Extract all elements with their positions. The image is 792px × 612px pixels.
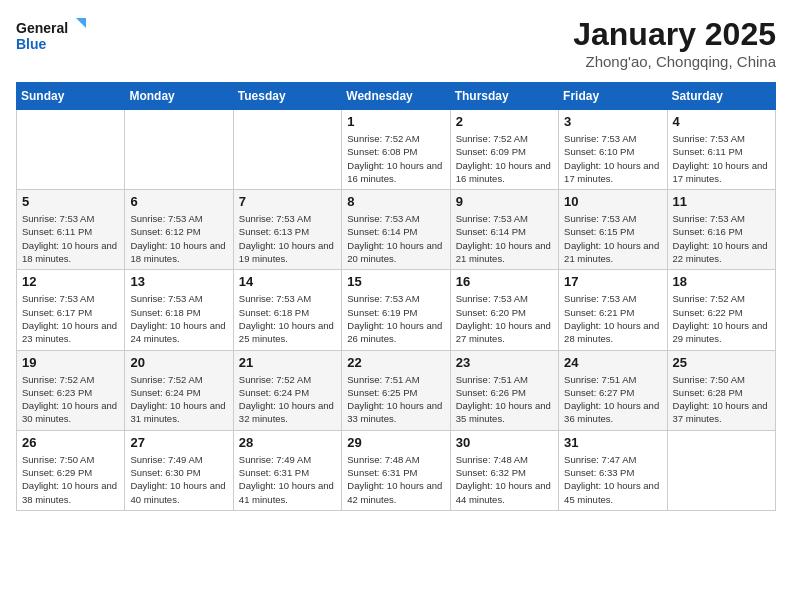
day-number: 21 [239, 355, 336, 370]
calendar-cell: 16Sunrise: 7:53 AM Sunset: 6:20 PM Dayli… [450, 270, 558, 350]
calendar-cell [667, 430, 775, 510]
day-info: Sunrise: 7:49 AM Sunset: 6:31 PM Dayligh… [239, 453, 336, 506]
day-info: Sunrise: 7:53 AM Sunset: 6:18 PM Dayligh… [130, 292, 227, 345]
calendar-cell: 12Sunrise: 7:53 AM Sunset: 6:17 PM Dayli… [17, 270, 125, 350]
calendar-cell: 9Sunrise: 7:53 AM Sunset: 6:14 PM Daylig… [450, 190, 558, 270]
day-number: 31 [564, 435, 661, 450]
day-info: Sunrise: 7:51 AM Sunset: 6:27 PM Dayligh… [564, 373, 661, 426]
logo: GeneralBlue [16, 16, 86, 56]
calendar-cell [17, 110, 125, 190]
calendar-cell: 30Sunrise: 7:48 AM Sunset: 6:32 PM Dayli… [450, 430, 558, 510]
day-info: Sunrise: 7:53 AM Sunset: 6:14 PM Dayligh… [456, 212, 553, 265]
day-number: 19 [22, 355, 119, 370]
day-info: Sunrise: 7:50 AM Sunset: 6:29 PM Dayligh… [22, 453, 119, 506]
calendar-cell: 15Sunrise: 7:53 AM Sunset: 6:19 PM Dayli… [342, 270, 450, 350]
calendar-table: SundayMondayTuesdayWednesdayThursdayFrid… [16, 82, 776, 511]
calendar-cell: 31Sunrise: 7:47 AM Sunset: 6:33 PM Dayli… [559, 430, 667, 510]
day-info: Sunrise: 7:53 AM Sunset: 6:14 PM Dayligh… [347, 212, 444, 265]
day-info: Sunrise: 7:48 AM Sunset: 6:31 PM Dayligh… [347, 453, 444, 506]
day-number: 2 [456, 114, 553, 129]
weekday-header: Tuesday [233, 83, 341, 110]
day-number: 28 [239, 435, 336, 450]
logo-svg: GeneralBlue [16, 16, 86, 56]
calendar-cell: 3Sunrise: 7:53 AM Sunset: 6:10 PM Daylig… [559, 110, 667, 190]
calendar-cell: 6Sunrise: 7:53 AM Sunset: 6:12 PM Daylig… [125, 190, 233, 270]
calendar-cell: 11Sunrise: 7:53 AM Sunset: 6:16 PM Dayli… [667, 190, 775, 270]
day-number: 9 [456, 194, 553, 209]
day-number: 23 [456, 355, 553, 370]
day-number: 14 [239, 274, 336, 289]
calendar-cell: 17Sunrise: 7:53 AM Sunset: 6:21 PM Dayli… [559, 270, 667, 350]
day-info: Sunrise: 7:52 AM Sunset: 6:08 PM Dayligh… [347, 132, 444, 185]
day-info: Sunrise: 7:52 AM Sunset: 6:24 PM Dayligh… [239, 373, 336, 426]
day-number: 8 [347, 194, 444, 209]
weekday-header: Sunday [17, 83, 125, 110]
calendar-cell: 10Sunrise: 7:53 AM Sunset: 6:15 PM Dayli… [559, 190, 667, 270]
calendar-week-row: 5Sunrise: 7:53 AM Sunset: 6:11 PM Daylig… [17, 190, 776, 270]
day-info: Sunrise: 7:51 AM Sunset: 6:26 PM Dayligh… [456, 373, 553, 426]
month-title: January 2025 [573, 16, 776, 53]
day-info: Sunrise: 7:53 AM Sunset: 6:11 PM Dayligh… [673, 132, 770, 185]
weekday-header: Thursday [450, 83, 558, 110]
weekday-header-row: SundayMondayTuesdayWednesdayThursdayFrid… [17, 83, 776, 110]
day-number: 24 [564, 355, 661, 370]
day-number: 29 [347, 435, 444, 450]
day-number: 7 [239, 194, 336, 209]
day-number: 27 [130, 435, 227, 450]
calendar-cell: 20Sunrise: 7:52 AM Sunset: 6:24 PM Dayli… [125, 350, 233, 430]
day-number: 11 [673, 194, 770, 209]
day-info: Sunrise: 7:53 AM Sunset: 6:12 PM Dayligh… [130, 212, 227, 265]
day-info: Sunrise: 7:51 AM Sunset: 6:25 PM Dayligh… [347, 373, 444, 426]
day-info: Sunrise: 7:53 AM Sunset: 6:15 PM Dayligh… [564, 212, 661, 265]
page-header: GeneralBlue January 2025 Zhong'ao, Chong… [16, 16, 776, 70]
day-info: Sunrise: 7:52 AM Sunset: 6:24 PM Dayligh… [130, 373, 227, 426]
calendar-cell: 21Sunrise: 7:52 AM Sunset: 6:24 PM Dayli… [233, 350, 341, 430]
day-number: 22 [347, 355, 444, 370]
calendar-week-row: 19Sunrise: 7:52 AM Sunset: 6:23 PM Dayli… [17, 350, 776, 430]
calendar-cell: 8Sunrise: 7:53 AM Sunset: 6:14 PM Daylig… [342, 190, 450, 270]
calendar-cell: 25Sunrise: 7:50 AM Sunset: 6:28 PM Dayli… [667, 350, 775, 430]
day-number: 30 [456, 435, 553, 450]
calendar-cell: 23Sunrise: 7:51 AM Sunset: 6:26 PM Dayli… [450, 350, 558, 430]
svg-marker-1 [76, 18, 86, 28]
day-info: Sunrise: 7:53 AM Sunset: 6:17 PM Dayligh… [22, 292, 119, 345]
calendar-week-row: 1Sunrise: 7:52 AM Sunset: 6:08 PM Daylig… [17, 110, 776, 190]
day-number: 5 [22, 194, 119, 209]
day-number: 13 [130, 274, 227, 289]
calendar-cell: 24Sunrise: 7:51 AM Sunset: 6:27 PM Dayli… [559, 350, 667, 430]
calendar-cell: 4Sunrise: 7:53 AM Sunset: 6:11 PM Daylig… [667, 110, 775, 190]
calendar-cell: 13Sunrise: 7:53 AM Sunset: 6:18 PM Dayli… [125, 270, 233, 350]
day-info: Sunrise: 7:52 AM Sunset: 6:22 PM Dayligh… [673, 292, 770, 345]
day-number: 25 [673, 355, 770, 370]
day-info: Sunrise: 7:53 AM Sunset: 6:21 PM Dayligh… [564, 292, 661, 345]
calendar-cell: 28Sunrise: 7:49 AM Sunset: 6:31 PM Dayli… [233, 430, 341, 510]
calendar-cell: 19Sunrise: 7:52 AM Sunset: 6:23 PM Dayli… [17, 350, 125, 430]
day-number: 17 [564, 274, 661, 289]
day-info: Sunrise: 7:53 AM Sunset: 6:18 PM Dayligh… [239, 292, 336, 345]
calendar-cell: 7Sunrise: 7:53 AM Sunset: 6:13 PM Daylig… [233, 190, 341, 270]
calendar-cell: 22Sunrise: 7:51 AM Sunset: 6:25 PM Dayli… [342, 350, 450, 430]
day-number: 1 [347, 114, 444, 129]
calendar-cell [125, 110, 233, 190]
location: Zhong'ao, Chongqing, China [573, 53, 776, 70]
weekday-header: Monday [125, 83, 233, 110]
calendar-cell: 26Sunrise: 7:50 AM Sunset: 6:29 PM Dayli… [17, 430, 125, 510]
day-info: Sunrise: 7:49 AM Sunset: 6:30 PM Dayligh… [130, 453, 227, 506]
day-info: Sunrise: 7:53 AM Sunset: 6:19 PM Dayligh… [347, 292, 444, 345]
svg-text:General: General [16, 20, 68, 36]
svg-text:Blue: Blue [16, 36, 47, 52]
day-number: 18 [673, 274, 770, 289]
calendar-cell [233, 110, 341, 190]
day-info: Sunrise: 7:53 AM Sunset: 6:11 PM Dayligh… [22, 212, 119, 265]
day-number: 26 [22, 435, 119, 450]
weekday-header: Friday [559, 83, 667, 110]
calendar-week-row: 12Sunrise: 7:53 AM Sunset: 6:17 PM Dayli… [17, 270, 776, 350]
day-info: Sunrise: 7:53 AM Sunset: 6:16 PM Dayligh… [673, 212, 770, 265]
day-number: 16 [456, 274, 553, 289]
weekday-header: Wednesday [342, 83, 450, 110]
calendar-cell: 2Sunrise: 7:52 AM Sunset: 6:09 PM Daylig… [450, 110, 558, 190]
calendar-cell: 5Sunrise: 7:53 AM Sunset: 6:11 PM Daylig… [17, 190, 125, 270]
day-info: Sunrise: 7:52 AM Sunset: 6:09 PM Dayligh… [456, 132, 553, 185]
day-info: Sunrise: 7:50 AM Sunset: 6:28 PM Dayligh… [673, 373, 770, 426]
calendar-cell: 1Sunrise: 7:52 AM Sunset: 6:08 PM Daylig… [342, 110, 450, 190]
